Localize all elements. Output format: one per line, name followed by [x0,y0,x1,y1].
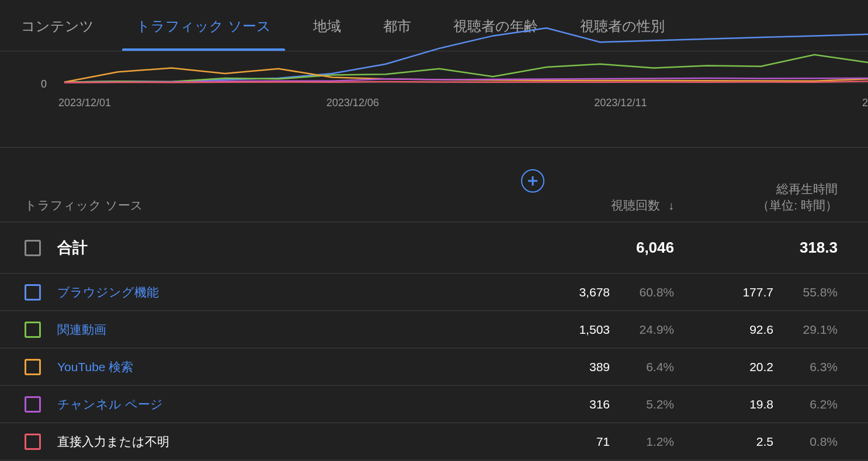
tab-0[interactable]: コンテンツ [0,1,115,51]
row-views: 71 [557,435,610,449]
tab-2[interactable]: 地域 [292,1,362,51]
checkbox[interactable] [25,359,41,375]
row-views-pct: 60.8% [618,285,674,299]
row-label: 直接入力または不明 [57,434,169,450]
checkbox-total[interactable] [25,240,41,256]
sort-descending-icon[interactable]: ↓ [668,199,674,212]
row-views: 316 [557,397,610,411]
tab-5[interactable]: 視聴者の性別 [559,1,686,51]
row-watch: 2.5 [721,435,773,449]
row-views-pct: 5.2% [618,397,674,411]
chart-x-labels: 2023/12/012023/12/062023/12/112023/12/16 [64,97,868,114]
row-views-pct: 6.4% [618,360,674,374]
header-watch-line1[interactable]: 総再生時間 [695,181,838,197]
row-views: 389 [557,360,610,374]
traffic-chart [64,51,868,104]
row-label[interactable]: 関連動画 [57,322,106,338]
row-watch: 20.2 [721,360,773,374]
row-views: 1,503 [557,323,610,337]
checkbox[interactable] [25,284,41,301]
row-watch: 92.6 [721,323,773,337]
row-watch-pct: 6.2% [782,397,838,411]
row-watch: 177.7 [721,285,773,299]
total-label: 合計 [57,238,88,258]
table-row-total: 合計 6,046 318.3 [0,222,868,274]
chart-x-tick: 2023/12/16 [862,97,868,109]
plus-icon [526,174,539,187]
table-row: YouTube 検索3896.4%20.26.3% [0,348,868,386]
row-watch-pct: 55.8% [782,285,838,299]
header-source: トラフィック ソース [25,197,143,214]
row-watch: 19.8 [721,397,773,411]
header-watch-line2: （単位: 時間） [695,197,838,214]
table-row: 関連動画1,50324.9%92.629.1% [0,311,868,348]
chart-y-zero-label: 0 [41,78,47,90]
table-row: 直接入力または不明711.2%2.50.8% [0,423,868,460]
checkbox[interactable] [25,396,41,413]
row-views-pct: 1.2% [618,435,674,449]
total-watch: 318.3 [785,239,838,257]
checkbox[interactable] [25,434,41,450]
row-watch-pct: 6.3% [782,360,838,374]
table-header-row: トラフィック ソース 視聴回数 ↓ 総再生時間 （単位: 時間） [0,148,868,222]
tab-3[interactable]: 都市 [362,1,432,51]
total-views: 6,046 [622,239,674,257]
chart-area: 0 2023/12/012023/12/062023/12/112023/12/… [0,51,868,139]
row-watch-pct: 0.8% [782,435,838,449]
table-row: ブラウジング機能3,67860.8%177.755.8% [0,274,868,311]
tab-4[interactable]: 視聴者の年齢 [432,1,559,51]
chart-x-tick: 2023/12/01 [58,97,111,109]
row-views: 3,678 [557,285,610,299]
table-row: チャンネル ページ3165.2%19.86.2% [0,386,868,423]
chart-x-tick: 2023/12/11 [594,97,647,109]
tabs-bar: コンテンツトラフィック ソース地域都市視聴者の年齢視聴者の性別 [0,0,868,51]
row-watch-pct: 29.1% [782,323,838,337]
checkbox[interactable] [25,322,41,338]
row-label[interactable]: YouTube 検索 [57,359,133,375]
tab-1[interactable]: トラフィック ソース [115,1,292,51]
row-label[interactable]: チャンネル ページ [57,396,163,413]
row-views-pct: 24.9% [618,323,674,337]
header-views[interactable]: 視聴回数 [611,197,660,214]
add-metric-button[interactable] [521,169,544,193]
row-label[interactable]: ブラウジング機能 [57,284,159,301]
traffic-table: トラフィック ソース 視聴回数 ↓ 総再生時間 （単位: 時間） 合計 6,04… [0,147,868,460]
chart-x-tick: 2023/12/06 [327,97,379,109]
